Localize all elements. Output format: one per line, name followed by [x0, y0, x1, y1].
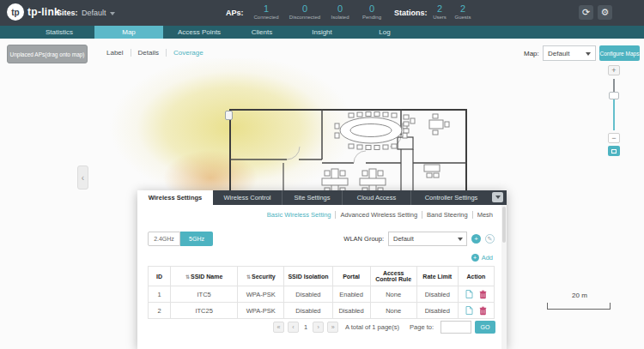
tab-site-settings[interactable]: Site Settings — [282, 190, 342, 205]
map-scale-bar — [547, 303, 611, 310]
table-header-row: ID ⇅SSID Name ⇅Security SSID Isolation P… — [149, 267, 495, 286]
sidebar-collapse-button[interactable]: ‹ — [77, 165, 88, 190]
col-ssid-isolation: SSID Isolation — [284, 267, 332, 286]
ap-pending-label: Pending — [362, 14, 381, 21]
last-page-button[interactable]: » — [327, 322, 338, 333]
ssid-table: ID ⇅SSID Name ⇅Security SSID Isolation P… — [148, 266, 495, 319]
fit-icon — [611, 149, 617, 153]
station-stat-guests: 2 Guests — [451, 3, 475, 21]
cell-rate-limit: Disabled — [416, 286, 458, 303]
first-page-button[interactable]: « — [273, 322, 284, 333]
page-to-input[interactable] — [440, 321, 471, 334]
refresh-icon[interactable]: ⟳ — [579, 5, 593, 20]
add-ssid-button[interactable]: + Add — [471, 254, 493, 262]
col-ssid-name[interactable]: ⇅SSID Name — [171, 267, 238, 286]
table-row: 2 ITC25 WPA-PSK Disabled Disabled None D… — [149, 303, 495, 319]
cell-rate-limit: Disabled — [416, 303, 458, 319]
subtab-mesh[interactable]: Mesh — [473, 211, 493, 219]
stations-label: Stations: — [394, 9, 428, 17]
map-select-value: Default — [548, 50, 569, 57]
tab-insight[interactable]: Insight — [289, 26, 355, 39]
cell-security: WPA-PSK — [238, 303, 284, 319]
band-toggle: 2.4GHz 5GHz — [148, 232, 213, 246]
col-ssid-name-label: SSID Name — [191, 274, 222, 280]
cell-id: 2 — [149, 303, 171, 319]
page-total-text: A total of 1 page(s) — [345, 323, 399, 331]
chevron-down-icon — [586, 52, 591, 56]
scrollbar-thumb[interactable] — [502, 207, 506, 243]
ap-pending-count: 0 — [369, 3, 374, 14]
map-select[interactable]: Default — [543, 45, 596, 61]
sites-value: Default — [82, 9, 106, 17]
tab-wireless-control[interactable]: Wireless Control — [213, 190, 282, 205]
cell-acl: None — [370, 303, 416, 319]
prev-page-button[interactable]: ‹ — [288, 322, 299, 333]
chevron-down-icon — [458, 238, 463, 241]
view-mode-details[interactable]: Details — [131, 49, 167, 57]
col-security-label: Security — [252, 274, 276, 280]
edit-ssid-icon[interactable] — [465, 289, 473, 299]
zoom-slider-track-active[interactable] — [613, 99, 615, 130]
dialog-collapse-button[interactable] — [492, 192, 503, 202]
zoom-out-button[interactable]: − — [608, 133, 620, 143]
subtab-basic-wireless[interactable]: Basic Wireless Setting — [263, 211, 337, 219]
tab-clients[interactable]: Clients — [235, 26, 289, 39]
band-2-4ghz-button[interactable]: 2.4GHz — [148, 232, 180, 246]
map-view-modes: LabelDetailsCoverage — [100, 49, 210, 57]
app-header: tp tp-link Sites: Default APs: 1 Connect… — [0, 0, 644, 26]
users-label: Users — [433, 14, 447, 21]
ap-stat-isolated: 0 Isolated — [325, 3, 355, 21]
zoom-slider-handle[interactable] — [609, 92, 619, 99]
cell-portal: Disabled — [332, 303, 370, 319]
tab-wireless-settings[interactable]: Wireless Settings — [137, 190, 213, 205]
tab-controller-settings[interactable]: Controller Settings — [410, 190, 491, 205]
col-action: Action — [458, 267, 494, 286]
plus-icon: + — [471, 254, 479, 262]
chevron-down-icon — [495, 196, 501, 199]
view-mode-coverage[interactable]: Coverage — [167, 49, 210, 57]
subtab-band-steering[interactable]: Band Steering — [422, 211, 473, 219]
current-page: 1 — [304, 323, 307, 331]
map-select-label: Map: — [524, 50, 539, 57]
cell-id: 1 — [149, 286, 171, 303]
wlan-group-label: WLAN Group: — [343, 235, 384, 243]
cell-security: WPA-PSK — [238, 286, 284, 303]
configure-maps-button[interactable]: Configure Maps — [599, 45, 640, 61]
delete-ssid-icon[interactable] — [479, 290, 487, 299]
tab-cloud-access[interactable]: Cloud Access — [342, 190, 410, 205]
view-mode-label[interactable]: Label — [100, 49, 131, 57]
edit-ssid-icon[interactable] — [465, 305, 473, 316]
add-wlan-group-icon[interactable]: + — [471, 234, 481, 244]
cell-isolation: Disabled — [284, 303, 332, 319]
col-security[interactable]: ⇅Security — [238, 267, 284, 286]
ap-marker[interactable] — [225, 111, 233, 120]
wlan-group-select[interactable]: Default — [388, 232, 467, 246]
subtab-advanced-wireless[interactable]: Advanced Wireless Setting — [336, 211, 422, 219]
fit-to-screen-button[interactable] — [608, 146, 620, 156]
settings-dialog: Wireless Settings Wireless Control Site … — [137, 190, 507, 349]
tab-log[interactable]: Log — [355, 26, 414, 39]
pagination: « ‹ 1 › » A total of 1 page(s) Page to: … — [137, 321, 507, 334]
gear-icon[interactable]: ⚙ — [598, 5, 612, 20]
tp-link-logo: tp tp-link — [7, 3, 60, 21]
main-nav: Statistics Map Access Points Clients Ins… — [0, 26, 644, 39]
tab-access-points[interactable]: Access Points — [163, 26, 235, 39]
col-access-control-rule: Access Control Rule — [370, 267, 416, 286]
wlan-group-row: WLAN Group: Default + ✎ — [343, 232, 495, 246]
delete-ssid-icon[interactable] — [479, 306, 487, 316]
unplaced-aps-button[interactable]: Unplaced APs(drag onto map) — [7, 45, 88, 63]
ap-isolated-count: 0 — [337, 3, 343, 14]
ap-connected-count: 1 — [264, 3, 269, 14]
tab-map[interactable]: Map — [94, 26, 163, 39]
dialog-scrollbar[interactable] — [501, 205, 507, 349]
go-button[interactable]: GO — [475, 321, 495, 334]
add-label: Add — [482, 254, 493, 262]
sites-dropdown[interactable]: Default — [82, 9, 115, 17]
band-5ghz-button[interactable]: 5GHz — [180, 232, 213, 246]
zoom-in-button[interactable]: + — [608, 65, 620, 75]
tab-statistics[interactable]: Statistics — [24, 26, 94, 39]
edit-wlan-group-icon[interactable]: ✎ — [485, 234, 495, 244]
wireless-sub-tabs: Basic Wireless SettingAdvanced Wireless … — [263, 211, 493, 219]
next-page-button[interactable]: › — [313, 322, 324, 333]
page-to-label: Page to: — [410, 323, 434, 331]
